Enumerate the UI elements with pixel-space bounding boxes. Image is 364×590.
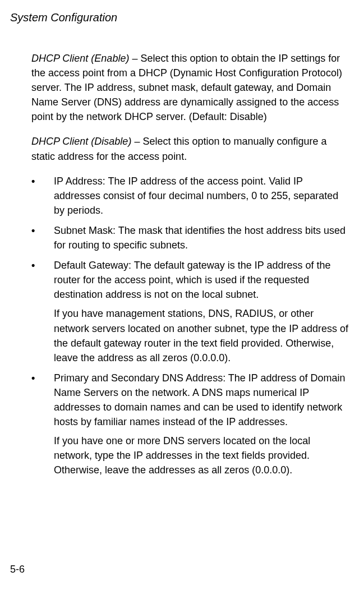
list-item: • Default Gateway: The default gateway i… (31, 258, 348, 365)
bullet-icon: • (31, 174, 54, 218)
paragraph-lead: DHCP Client (Disable) (31, 136, 131, 147)
list-item: • Subnet Mask: The mask that identifies … (31, 223, 348, 252)
paragraph-dhcp-enable: DHCP Client (Enable) – Select this optio… (31, 51, 348, 124)
bullet-icon: • (31, 223, 54, 252)
page-number: 5-6 (10, 564, 25, 575)
list-item-main: Default Gateway: The default gateway is … (54, 260, 331, 300)
list-item-text: Primary and Secondary DNS Address: The I… (54, 371, 348, 478)
page-content: DHCP Client (Enable) – Select this optio… (0, 51, 364, 477)
list-item: • Primary and Secondary DNS Address: The… (31, 371, 348, 478)
paragraph-sep: – (129, 53, 140, 64)
bullet-list: • IP Address: The IP address of the acce… (31, 174, 348, 478)
paragraph-dhcp-disable: DHCP Client (Disable) – Select this opti… (31, 134, 348, 163)
list-item-sub: If you have management stations, DNS, RA… (54, 306, 348, 365)
paragraph-lead: DHCP Client (Enable) (31, 53, 129, 64)
paragraph-sep: – (131, 136, 142, 147)
list-item-main: Primary and Secondary DNS Address: The I… (54, 372, 345, 427)
list-item-text: IP Address: The IP address of the access… (54, 174, 348, 218)
list-item-text: Subnet Mask: The mask that identifies th… (54, 223, 348, 252)
page-header-title: System Configuration (0, 11, 364, 24)
bullet-icon: • (31, 258, 54, 365)
bullet-icon: • (31, 371, 54, 478)
list-item-text: Default Gateway: The default gateway is … (54, 258, 348, 365)
list-item-sub: If you have one or more DNS servers loca… (54, 434, 348, 477)
list-item: • IP Address: The IP address of the acce… (31, 174, 348, 218)
